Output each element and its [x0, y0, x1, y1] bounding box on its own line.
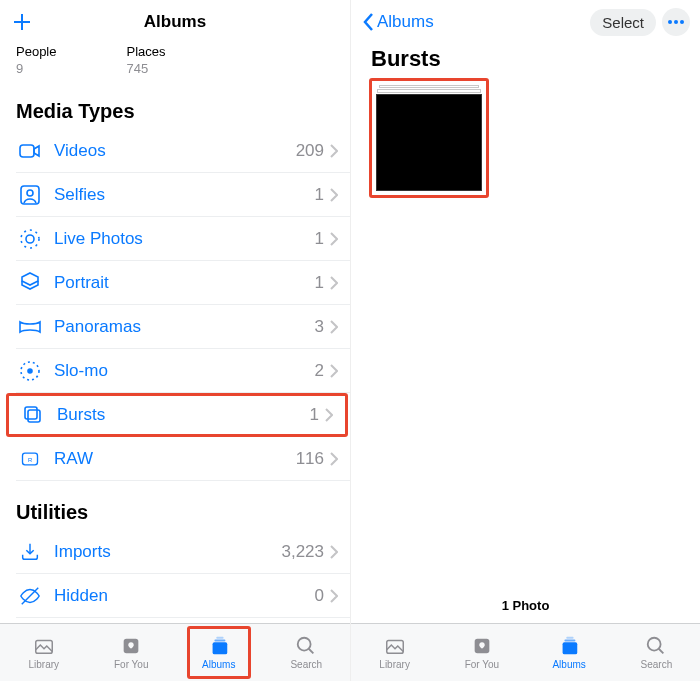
tab-library[interactable]: Library [0, 624, 88, 681]
bursts-icon [19, 401, 47, 429]
hidden-icon [16, 582, 44, 610]
row-imports[interactable]: Imports 3,223 [16, 530, 350, 574]
svg-point-6 [21, 230, 39, 248]
svg-line-20 [309, 649, 314, 654]
album-places[interactable]: Places 745 [126, 44, 165, 76]
chevron-right-icon [330, 589, 338, 603]
svg-rect-17 [214, 640, 225, 642]
tab-label: Albums [552, 659, 585, 670]
tab-albums[interactable]: Albums [175, 624, 263, 681]
tab-search[interactable]: Search [263, 624, 351, 681]
search-icon [293, 635, 319, 657]
nav-title: Albums [70, 12, 280, 32]
raw-icon: R [16, 445, 44, 473]
tab-bar: Library For You Albums Search [351, 623, 700, 681]
chevron-right-icon [330, 320, 338, 334]
select-button[interactable]: Select [590, 9, 656, 36]
album-people[interactable]: People 9 [16, 44, 56, 76]
tab-search[interactable]: Search [613, 624, 700, 681]
svg-rect-18 [216, 637, 223, 639]
selfies-icon [16, 181, 44, 209]
portrait-icon [16, 269, 44, 297]
chevron-right-icon [330, 276, 338, 290]
section-utilities: Utilities [0, 481, 350, 530]
search-icon [643, 635, 669, 657]
bursts-screen: Albums Select Bursts 1 Photo Library [350, 0, 700, 681]
row-bursts[interactable]: Bursts 1 [6, 393, 348, 437]
photo-count: 1 Photo [351, 588, 700, 623]
tab-label: Search [641, 659, 673, 670]
tab-label: Library [379, 659, 410, 670]
tab-albums[interactable]: Albums [526, 624, 613, 681]
tab-label: For You [465, 659, 499, 670]
chevron-right-icon [330, 144, 338, 158]
ellipsis-icon [668, 20, 684, 24]
svg-point-5 [26, 235, 34, 243]
chevron-right-icon [330, 232, 338, 246]
burst-thumbnail[interactable] [369, 78, 489, 198]
row-live-photos[interactable]: Live Photos 1 [16, 217, 350, 261]
back-label: Albums [377, 12, 434, 32]
albums-screen: Albums People 9 Places 745 Media Types V… [0, 0, 350, 681]
chevron-right-icon [325, 408, 333, 422]
tab-label: Search [290, 659, 322, 670]
chevron-right-icon [330, 364, 338, 378]
library-icon [382, 635, 408, 657]
tab-for-you[interactable]: For You [438, 624, 525, 681]
more-button[interactable] [662, 8, 690, 36]
albums-icon [206, 635, 232, 657]
page-title: Bursts [351, 44, 700, 78]
chevron-right-icon [330, 545, 338, 559]
svg-rect-10 [25, 407, 37, 419]
svg-rect-23 [563, 642, 578, 654]
navbar: Albums Select [351, 0, 700, 44]
svg-rect-16 [212, 642, 227, 654]
row-hidden[interactable]: Hidden 0 [16, 574, 350, 618]
panoramas-icon [16, 313, 44, 341]
albums-scroll[interactable]: People 9 Places 745 Media Types Videos 2… [0, 44, 350, 623]
imports-icon [16, 538, 44, 566]
svg-rect-2 [20, 145, 34, 157]
svg-point-8 [28, 369, 32, 373]
tab-library[interactable]: Library [351, 624, 438, 681]
tab-label: Albums [202, 659, 235, 670]
section-media-types: Media Types [0, 80, 350, 129]
library-icon [31, 635, 57, 657]
svg-rect-9 [28, 410, 40, 422]
svg-rect-3 [21, 186, 39, 204]
chevron-right-icon [330, 188, 338, 202]
row-portrait[interactable]: Portrait 1 [16, 261, 350, 305]
tab-label: For You [114, 659, 148, 670]
svg-point-26 [648, 638, 661, 651]
row-slomo[interactable]: Slo-mo 2 [16, 349, 350, 393]
svg-point-19 [298, 638, 311, 651]
svg-rect-24 [565, 640, 576, 642]
video-icon [16, 137, 44, 165]
row-selfies[interactable]: Selfies 1 [16, 173, 350, 217]
bursts-grid[interactable] [351, 78, 700, 588]
svg-text:R: R [28, 456, 32, 462]
live-photos-icon [16, 225, 44, 253]
tab-bar: Library For You Albums Search [0, 623, 350, 681]
row-panoramas[interactable]: Panoramas 3 [16, 305, 350, 349]
svg-point-4 [27, 190, 33, 196]
add-album-button[interactable] [10, 10, 34, 34]
tab-label: Library [28, 659, 59, 670]
row-videos[interactable]: Videos 209 [16, 129, 350, 173]
row-raw[interactable]: R RAW 116 [16, 437, 350, 481]
tab-for-you[interactable]: For You [88, 624, 176, 681]
svg-rect-25 [566, 637, 573, 639]
chevron-right-icon [330, 452, 338, 466]
navbar: Albums [0, 0, 350, 44]
foryou-icon [118, 635, 144, 657]
slomo-icon [16, 357, 44, 385]
back-button[interactable]: Albums [361, 12, 434, 32]
albums-icon [556, 635, 582, 657]
svg-line-27 [659, 649, 664, 654]
foryou-icon [469, 635, 495, 657]
